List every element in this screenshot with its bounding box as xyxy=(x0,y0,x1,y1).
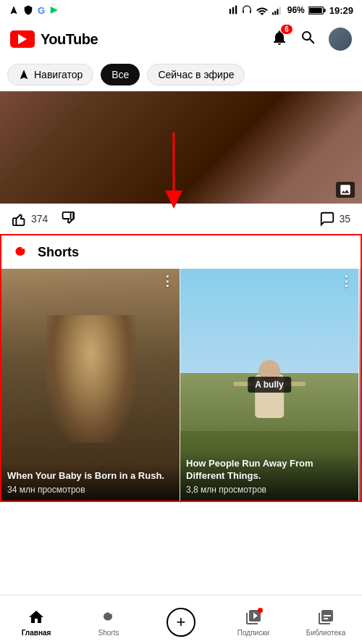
person-silhouette xyxy=(46,315,135,443)
home-icon xyxy=(27,608,46,627)
nav-add[interactable]: + xyxy=(145,603,217,637)
svg-rect-1 xyxy=(232,7,234,14)
volume-icon xyxy=(228,5,238,15)
video-quality-icon xyxy=(336,182,355,198)
shorts-nav-svg xyxy=(100,609,117,626)
nav-icon xyxy=(9,5,19,15)
chip-all[interactable]: Все xyxy=(101,64,140,85)
status-bar: G 96% 19:29 xyxy=(0,0,362,20)
battery-level: 96% xyxy=(287,5,305,15)
short-card-3[interactable]: Com xyxy=(359,269,361,501)
short-menu-btn-1[interactable]: ⋮ xyxy=(161,275,174,288)
g-icon: G xyxy=(38,5,45,16)
chip-live[interactable]: Сейчас в эфире xyxy=(147,64,245,85)
filter-bar: Навигатор Все Сейчас в эфире xyxy=(0,58,362,91)
wifi-icon xyxy=(256,5,269,15)
short-overlay-2: How People Run Away From Different Thing… xyxy=(180,452,358,501)
shorts-logo-icon xyxy=(12,243,30,262)
signal-icon xyxy=(272,5,284,15)
subscriptions-icon xyxy=(244,608,263,627)
subscriptions-svg xyxy=(245,609,262,626)
time-display: 19:29 xyxy=(329,5,353,16)
top-bar: YouTube 6 xyxy=(0,20,362,58)
notif-badge: 6 xyxy=(281,25,292,34)
shield-icon xyxy=(23,5,33,15)
svg-rect-0 xyxy=(229,9,230,14)
shorts-logo xyxy=(12,243,30,262)
search-button[interactable] xyxy=(300,29,317,49)
svg-rect-5 xyxy=(277,9,278,14)
library-icon xyxy=(316,608,335,627)
status-left: G xyxy=(9,5,59,16)
play-store-icon xyxy=(49,5,59,15)
nav-home[interactable]: Главная xyxy=(0,603,72,637)
svg-rect-9 xyxy=(309,7,322,12)
video-preview[interactable] xyxy=(0,91,362,204)
video-actions: 374 35 xyxy=(0,204,362,234)
short-views-2: 3,8 млн просмотров xyxy=(186,485,353,495)
like-button[interactable]: 374 xyxy=(12,211,48,227)
home-svg xyxy=(28,609,45,626)
add-icon: + xyxy=(177,613,186,632)
nav-subscriptions-label: Подписки xyxy=(237,629,269,637)
person-area xyxy=(216,350,323,443)
shorts-section: Shorts ⋮ When Your Baby is Born in a Rus… xyxy=(0,234,362,502)
logo-area: YouTube xyxy=(10,30,98,48)
svg-rect-2 xyxy=(235,6,237,14)
chip-live-label: Сейчас в эфире xyxy=(158,69,234,80)
thumb-overlay xyxy=(0,91,362,204)
short-title-1: When Your Baby is Born in a Rush. xyxy=(7,470,174,482)
add-button[interactable]: + xyxy=(167,608,195,637)
nav-library-label: Библиотека xyxy=(306,629,345,637)
notifications-button[interactable]: 6 xyxy=(271,29,288,49)
image-icon xyxy=(339,183,352,196)
comment-count: 35 xyxy=(339,213,350,225)
battery-icon xyxy=(308,6,326,15)
comment-icon xyxy=(319,211,335,227)
nav-shorts[interactable]: Shorts xyxy=(72,603,145,637)
short-card-1[interactable]: ⋮ When Your Baby is Born in a Rush. 34 м… xyxy=(1,269,180,501)
short-title-2: How People Run Away From Different Thing… xyxy=(186,458,353,482)
library-svg xyxy=(317,609,334,626)
comment-button[interactable]: 35 xyxy=(319,211,350,227)
svg-rect-8 xyxy=(324,9,325,12)
short-card-2[interactable]: A bully ⋮ How People Run Away From Diffe… xyxy=(180,269,359,501)
shorts-header: Shorts xyxy=(1,235,361,269)
nav-library[interactable]: Библиотека xyxy=(290,603,362,637)
youtube-logo-icon xyxy=(10,30,35,48)
action-left: 374 xyxy=(12,211,75,227)
svg-rect-6 xyxy=(279,7,280,15)
dislike-button[interactable] xyxy=(59,211,75,227)
chip-all-label: Все xyxy=(111,69,129,80)
svg-rect-3 xyxy=(272,12,274,14)
shorts-nav-icon xyxy=(99,608,118,627)
nav-subscriptions[interactable]: Подписки xyxy=(217,603,290,637)
status-right: 96% 19:29 xyxy=(228,5,353,16)
short-menu-btn-2[interactable]: ⋮ xyxy=(340,275,353,288)
app-title: YouTube xyxy=(41,31,98,48)
thumbs-up-icon xyxy=(12,211,28,227)
svg-rect-4 xyxy=(274,11,276,14)
top-bar-actions: 6 xyxy=(271,28,352,51)
search-icon xyxy=(300,29,317,46)
short-views-1: 34 млн просмотров xyxy=(7,485,174,495)
thumbs-down-icon xyxy=(59,211,75,227)
chip-navigator[interactable]: Навигатор xyxy=(7,64,93,85)
shorts-title: Shorts xyxy=(38,245,79,260)
chip-navigator-label: Навигатор xyxy=(34,69,83,80)
navigator-icon xyxy=(18,69,30,80)
avatar[interactable] xyxy=(329,28,352,51)
nav-shorts-label: Shorts xyxy=(98,629,119,637)
headphone-icon xyxy=(242,5,252,15)
nav-home-label: Главная xyxy=(22,629,51,637)
bottom-nav: Главная Shorts + Подписки Би xyxy=(0,595,362,644)
short-badge-2: A bully xyxy=(248,377,291,393)
short-overlay-1: When Your Baby is Born in a Rush. 34 млн… xyxy=(1,464,180,501)
like-count: 374 xyxy=(31,213,48,225)
shorts-grid: ⋮ When Your Baby is Born in a Rush. 34 м… xyxy=(1,269,361,501)
